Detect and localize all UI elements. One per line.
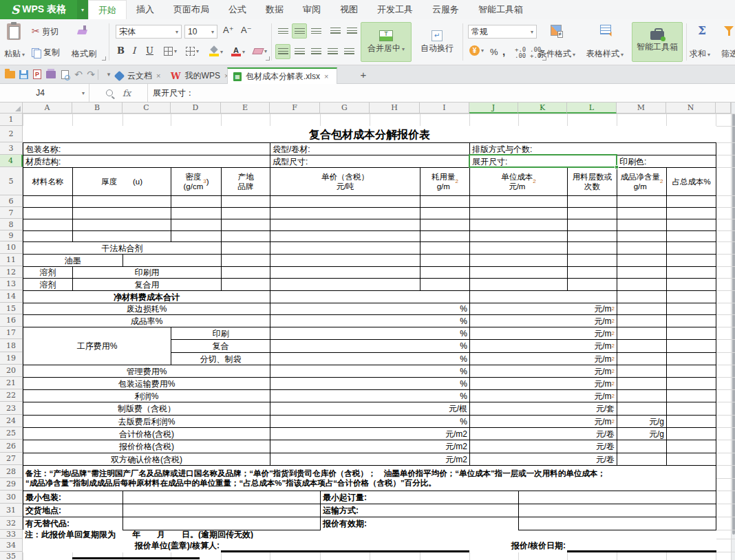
- cell[interactable]: %: [270, 352, 470, 365]
- merge-center-button[interactable]: T 合并居中▾: [361, 22, 412, 62]
- column-header-F[interactable]: F: [270, 103, 320, 114]
- cell[interactable]: 双方确认价格(含税): [23, 453, 270, 466]
- cell[interactable]: 复合用: [72, 278, 222, 291]
- close-icon[interactable]: ×: [156, 72, 160, 80]
- print-preview-icon[interactable]: [59, 69, 70, 80]
- cell[interactable]: [567, 230, 617, 242]
- cell[interactable]: [666, 314, 716, 327]
- sum-button[interactable]: 求和▾: [690, 48, 710, 60]
- row-header-4[interactable]: 4: [0, 155, 23, 167]
- column-header-G[interactable]: G: [320, 103, 370, 114]
- number-format-select[interactable]: 常规▾: [468, 25, 537, 39]
- cell[interactable]: [420, 241, 470, 255]
- cell[interactable]: 报价/核价日期:: [469, 539, 568, 552]
- cell[interactable]: 备注：“产地/品牌”需注明国产厂名及品牌或进口国名称及品牌；“单价”指货到贵司仓…: [23, 465, 716, 491]
- row-header-1[interactable]: 1: [0, 114, 23, 126]
- align-center-button[interactable]: [292, 44, 307, 59]
- wps-logo[interactable]: S WPS 表格: [0, 0, 77, 19]
- cell[interactable]: 元/卷: [469, 440, 617, 453]
- row-header-5[interactable]: 5: [0, 167, 23, 195]
- row-header-35[interactable]: 35: [0, 552, 23, 560]
- cell[interactable]: [469, 219, 568, 231]
- logo-dropdown-icon[interactable]: ▾: [77, 0, 88, 19]
- undo-icon[interactable]: ↶: [73, 69, 84, 80]
- cell[interactable]: 产地品牌: [221, 167, 270, 196]
- name-box[interactable]: J4 ▾: [0, 84, 89, 102]
- save-icon[interactable]: [18, 69, 29, 80]
- cell[interactable]: [420, 266, 470, 279]
- table-style-button[interactable]: 表格样式▾: [586, 48, 624, 60]
- cell[interactable]: 制版费（含税）: [23, 402, 270, 416]
- cell[interactable]: [221, 207, 270, 219]
- cell[interactable]: 分切、制袋: [171, 352, 270, 365]
- cell[interactable]: %: [270, 389, 470, 402]
- cell[interactable]: [122, 254, 222, 267]
- cell[interactable]: 元/m2: [469, 352, 617, 365]
- cell[interactable]: [221, 230, 270, 242]
- cell[interactable]: 元/m2: [469, 303, 617, 315]
- cell[interactable]: [469, 290, 617, 303]
- italic-button[interactable]: I: [132, 45, 136, 56]
- row-header-11[interactable]: 11: [0, 254, 23, 266]
- cell[interactable]: 有无替代品:: [23, 517, 123, 530]
- cell[interactable]: [270, 195, 420, 208]
- cell[interactable]: 元/卷: [469, 427, 617, 440]
- cell[interactable]: 材料名称: [23, 167, 73, 196]
- cell[interactable]: [617, 254, 667, 267]
- cell[interactable]: [420, 230, 470, 242]
- cell[interactable]: 印刷色:: [617, 155, 716, 168]
- column-header-I[interactable]: I: [420, 103, 469, 114]
- cell[interactable]: [270, 241, 420, 255]
- cell[interactable]: [666, 453, 716, 466]
- menu-tab-review[interactable]: 审阅: [293, 0, 330, 19]
- row-header-15[interactable]: 15: [0, 303, 23, 314]
- select-all-corner[interactable]: [0, 103, 23, 114]
- cell[interactable]: %: [270, 415, 470, 428]
- row-header-29[interactable]: 29: [0, 478, 23, 491]
- copy-button[interactable]: 复制: [32, 47, 60, 58]
- row-header-18[interactable]: 18: [0, 339, 23, 352]
- cell[interactable]: [666, 352, 716, 365]
- cell[interactable]: [617, 440, 667, 453]
- row-header-13[interactable]: 13: [0, 278, 23, 290]
- increase-indent-button[interactable]: [344, 23, 359, 39]
- cell[interactable]: %: [270, 365, 470, 378]
- cell[interactable]: [23, 207, 73, 219]
- cell[interactable]: 包装名称:: [23, 142, 270, 155]
- sheet-grid[interactable]: 复合包材成本分解报价表包装名称:袋型/卷材:排版方式与个数:材质结构:成型尺寸:…: [0, 103, 735, 560]
- table-style-icon[interactable]: [600, 25, 611, 34]
- cell[interactable]: [666, 327, 716, 340]
- comma-format-button[interactable]: ,: [502, 45, 505, 57]
- column-header-D[interactable]: D: [171, 103, 221, 114]
- cell[interactable]: %: [270, 339, 470, 353]
- cell[interactable]: 报价单位(盖章)/核算人:: [23, 539, 222, 552]
- clipboard-dialog-launcher[interactable]: [102, 56, 106, 61]
- row-header-22[interactable]: 22: [0, 389, 23, 402]
- font-name-select[interactable]: 宋体▾: [116, 25, 182, 39]
- cell[interactable]: [617, 365, 667, 378]
- clear-format-button[interactable]: ▾: [253, 48, 267, 54]
- row-header-12[interactable]: 12: [0, 266, 23, 278]
- fill-color-button[interactable]: ▾: [209, 47, 223, 56]
- cell[interactable]: [221, 241, 270, 255]
- cell[interactable]: 单位成本元/m2: [469, 167, 568, 196]
- cell[interactable]: [122, 504, 321, 517]
- row-header-10[interactable]: 10: [0, 241, 23, 254]
- print-icon[interactable]: [45, 69, 56, 80]
- cell[interactable]: [72, 195, 171, 208]
- cell[interactable]: 成品率%: [23, 314, 270, 327]
- cell[interactable]: 运输方式:: [320, 504, 519, 517]
- cell[interactable]: [617, 241, 667, 255]
- cell[interactable]: 元/套: [469, 402, 617, 416]
- cell[interactable]: 合计价格(含税): [23, 427, 270, 440]
- filter-button[interactable]: 筛选: [721, 48, 735, 60]
- doc-tab-active-workbook[interactable]: ▦ 包材成本分解表.xlsx ×: [227, 67, 337, 84]
- cell[interactable]: [666, 266, 716, 279]
- cell[interactable]: [567, 219, 617, 231]
- wrap-text-button[interactable]: ↵ 自动换行: [416, 22, 458, 62]
- cell[interactable]: 展开尺寸:: [469, 155, 617, 168]
- column-header-E[interactable]: E: [221, 103, 270, 114]
- cell[interactable]: [221, 254, 270, 267]
- cell[interactable]: [23, 195, 73, 208]
- doc-tab-mywps[interactable]: W 我的WPS×: [165, 67, 234, 84]
